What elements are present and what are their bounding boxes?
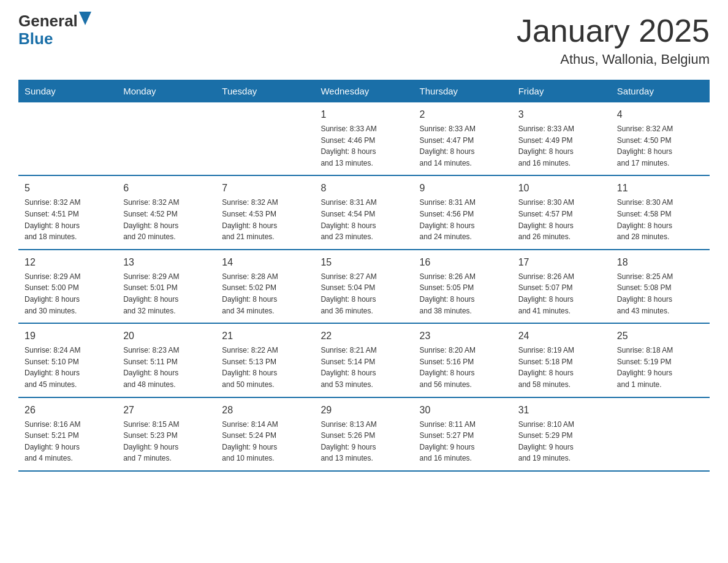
day-number: 12 xyxy=(25,255,111,270)
calendar-cell: 30Sunrise: 8:11 AM Sunset: 5:27 PM Dayli… xyxy=(414,397,512,471)
day-info: Sunrise: 8:14 AM Sunset: 5:24 PM Dayligh… xyxy=(222,419,308,464)
day-number: 15 xyxy=(320,255,407,270)
day-info: Sunrise: 8:33 AM Sunset: 4:47 PM Dayligh… xyxy=(420,123,506,169)
day-info: Sunrise: 8:29 AM Sunset: 5:01 PM Dayligh… xyxy=(123,271,210,316)
day-info: Sunrise: 8:23 AM Sunset: 5:11 PM Dayligh… xyxy=(123,345,210,390)
weekday-header-saturday: Saturday xyxy=(611,80,710,102)
day-number: 19 xyxy=(25,329,111,343)
weekday-header-sunday: Sunday xyxy=(18,80,117,102)
calendar-week-row: 1Sunrise: 8:33 AM Sunset: 4:46 PM Daylig… xyxy=(18,102,710,175)
calendar-cell: 23Sunrise: 8:20 AM Sunset: 5:16 PM Dayli… xyxy=(414,323,512,397)
calendar-cell: 5Sunrise: 8:32 AM Sunset: 4:51 PM Daylig… xyxy=(18,175,117,249)
calendar-cell: 31Sunrise: 8:10 AM Sunset: 5:29 PM Dayli… xyxy=(512,397,611,471)
calendar-cell: 26Sunrise: 8:16 AM Sunset: 5:21 PM Dayli… xyxy=(18,397,117,471)
day-number: 27 xyxy=(123,403,210,418)
day-number: 2 xyxy=(420,107,506,122)
calendar-cell: 4Sunrise: 8:32 AM Sunset: 4:50 PM Daylig… xyxy=(611,102,710,175)
day-info: Sunrise: 8:33 AM Sunset: 4:46 PM Dayligh… xyxy=(320,123,407,169)
calendar-subtitle: Athus, Wallonia, Belgium xyxy=(517,52,710,67)
day-number: 17 xyxy=(518,255,605,270)
weekday-header-friday: Friday xyxy=(512,80,611,102)
calendar-cell: 6Sunrise: 8:32 AM Sunset: 4:52 PM Daylig… xyxy=(117,175,216,249)
day-info: Sunrise: 8:11 AM Sunset: 5:27 PM Dayligh… xyxy=(420,419,506,464)
calendar-cell: 9Sunrise: 8:31 AM Sunset: 4:56 PM Daylig… xyxy=(414,175,512,249)
day-info: Sunrise: 8:18 AM Sunset: 5:19 PM Dayligh… xyxy=(617,345,703,390)
calendar-cell: 27Sunrise: 8:15 AM Sunset: 5:23 PM Dayli… xyxy=(117,397,216,471)
calendar-cell: 2Sunrise: 8:33 AM Sunset: 4:47 PM Daylig… xyxy=(414,102,512,175)
day-info: Sunrise: 8:30 AM Sunset: 4:57 PM Dayligh… xyxy=(518,197,605,242)
day-number: 21 xyxy=(222,329,308,343)
day-info: Sunrise: 8:33 AM Sunset: 4:49 PM Dayligh… xyxy=(518,123,605,169)
day-number: 30 xyxy=(420,403,506,418)
calendar-cell: 12Sunrise: 8:29 AM Sunset: 5:00 PM Dayli… xyxy=(18,250,117,323)
calendar-cell: 24Sunrise: 8:19 AM Sunset: 5:18 PM Dayli… xyxy=(512,323,611,397)
day-number: 13 xyxy=(123,255,210,270)
calendar-cell xyxy=(216,102,314,175)
day-number: 24 xyxy=(518,329,605,343)
day-number: 10 xyxy=(518,181,605,196)
day-number: 22 xyxy=(320,329,407,343)
day-info: Sunrise: 8:25 AM Sunset: 5:08 PM Dayligh… xyxy=(617,271,703,316)
day-number: 18 xyxy=(617,255,703,270)
day-info: Sunrise: 8:32 AM Sunset: 4:52 PM Dayligh… xyxy=(123,197,210,242)
calendar-week-row: 5Sunrise: 8:32 AM Sunset: 4:51 PM Daylig… xyxy=(18,175,710,249)
day-info: Sunrise: 8:32 AM Sunset: 4:53 PM Dayligh… xyxy=(222,197,308,242)
day-info: Sunrise: 8:13 AM Sunset: 5:26 PM Dayligh… xyxy=(320,419,407,464)
calendar-cell: 18Sunrise: 8:25 AM Sunset: 5:08 PM Dayli… xyxy=(611,250,710,323)
day-number: 8 xyxy=(320,181,407,196)
svg-marker-0 xyxy=(79,12,91,25)
day-number: 23 xyxy=(420,329,506,343)
calendar-cell: 10Sunrise: 8:30 AM Sunset: 4:57 PM Dayli… xyxy=(512,175,611,249)
day-info: Sunrise: 8:26 AM Sunset: 5:05 PM Dayligh… xyxy=(420,271,506,316)
calendar-cell: 25Sunrise: 8:18 AM Sunset: 5:19 PM Dayli… xyxy=(611,323,710,397)
calendar-cell: 8Sunrise: 8:31 AM Sunset: 4:54 PM Daylig… xyxy=(314,175,413,249)
day-info: Sunrise: 8:19 AM Sunset: 5:18 PM Dayligh… xyxy=(518,345,605,390)
weekday-header-wednesday: Wednesday xyxy=(314,80,413,102)
calendar-cell: 14Sunrise: 8:28 AM Sunset: 5:02 PM Dayli… xyxy=(216,250,314,323)
calendar-cell: 13Sunrise: 8:29 AM Sunset: 5:01 PM Dayli… xyxy=(117,250,216,323)
calendar-cell xyxy=(18,102,117,175)
day-info: Sunrise: 8:31 AM Sunset: 4:54 PM Dayligh… xyxy=(320,197,407,242)
day-info: Sunrise: 8:24 AM Sunset: 5:10 PM Dayligh… xyxy=(25,345,111,390)
day-info: Sunrise: 8:30 AM Sunset: 4:58 PM Dayligh… xyxy=(617,197,703,242)
calendar-cell: 20Sunrise: 8:23 AM Sunset: 5:11 PM Dayli… xyxy=(117,323,216,397)
day-info: Sunrise: 8:15 AM Sunset: 5:23 PM Dayligh… xyxy=(123,419,210,464)
calendar-cell: 17Sunrise: 8:26 AM Sunset: 5:07 PM Dayli… xyxy=(512,250,611,323)
day-number: 5 xyxy=(25,181,111,196)
day-info: Sunrise: 8:28 AM Sunset: 5:02 PM Dayligh… xyxy=(222,271,308,316)
day-info: Sunrise: 8:32 AM Sunset: 4:51 PM Dayligh… xyxy=(25,197,111,242)
day-number: 16 xyxy=(420,255,506,270)
calendar-cell: 22Sunrise: 8:21 AM Sunset: 5:14 PM Dayli… xyxy=(314,323,413,397)
title-block: January 2025 Athus, Wallonia, Belgium xyxy=(517,12,710,67)
day-number: 31 xyxy=(518,403,605,418)
calendar-cell: 11Sunrise: 8:30 AM Sunset: 4:58 PM Dayli… xyxy=(611,175,710,249)
day-number: 4 xyxy=(617,107,703,122)
calendar-cell: 21Sunrise: 8:22 AM Sunset: 5:13 PM Dayli… xyxy=(216,323,314,397)
day-info: Sunrise: 8:22 AM Sunset: 5:13 PM Dayligh… xyxy=(222,345,308,390)
day-number: 28 xyxy=(222,403,308,418)
day-number: 11 xyxy=(617,181,703,196)
calendar-cell: 19Sunrise: 8:24 AM Sunset: 5:10 PM Dayli… xyxy=(18,323,117,397)
day-number: 7 xyxy=(222,181,308,196)
day-number: 26 xyxy=(25,403,111,418)
weekday-header-monday: Monday xyxy=(117,80,216,102)
calendar-cell: 15Sunrise: 8:27 AM Sunset: 5:04 PM Dayli… xyxy=(314,250,413,323)
logo-general: General xyxy=(18,12,78,30)
weekday-header-tuesday: Tuesday xyxy=(216,80,314,102)
calendar-title: January 2025 xyxy=(517,12,710,49)
calendar-cell: 29Sunrise: 8:13 AM Sunset: 5:26 PM Dayli… xyxy=(314,397,413,471)
day-number: 3 xyxy=(518,107,605,122)
page-header: General Blue January 2025 Athus, Walloni… xyxy=(18,12,710,67)
day-info: Sunrise: 8:29 AM Sunset: 5:00 PM Dayligh… xyxy=(25,271,111,316)
day-info: Sunrise: 8:27 AM Sunset: 5:04 PM Dayligh… xyxy=(320,271,407,316)
logo-triangle-icon xyxy=(79,12,91,25)
weekday-header-thursday: Thursday xyxy=(414,80,512,102)
day-info: Sunrise: 8:32 AM Sunset: 4:50 PM Dayligh… xyxy=(617,123,703,169)
day-number: 1 xyxy=(320,107,407,122)
calendar-cell: 28Sunrise: 8:14 AM Sunset: 5:24 PM Dayli… xyxy=(216,397,314,471)
calendar-cell: 7Sunrise: 8:32 AM Sunset: 4:53 PM Daylig… xyxy=(216,175,314,249)
day-number: 6 xyxy=(123,181,210,196)
calendar-cell xyxy=(117,102,216,175)
logo-blue: Blue xyxy=(18,29,53,48)
day-info: Sunrise: 8:21 AM Sunset: 5:14 PM Dayligh… xyxy=(320,345,407,390)
